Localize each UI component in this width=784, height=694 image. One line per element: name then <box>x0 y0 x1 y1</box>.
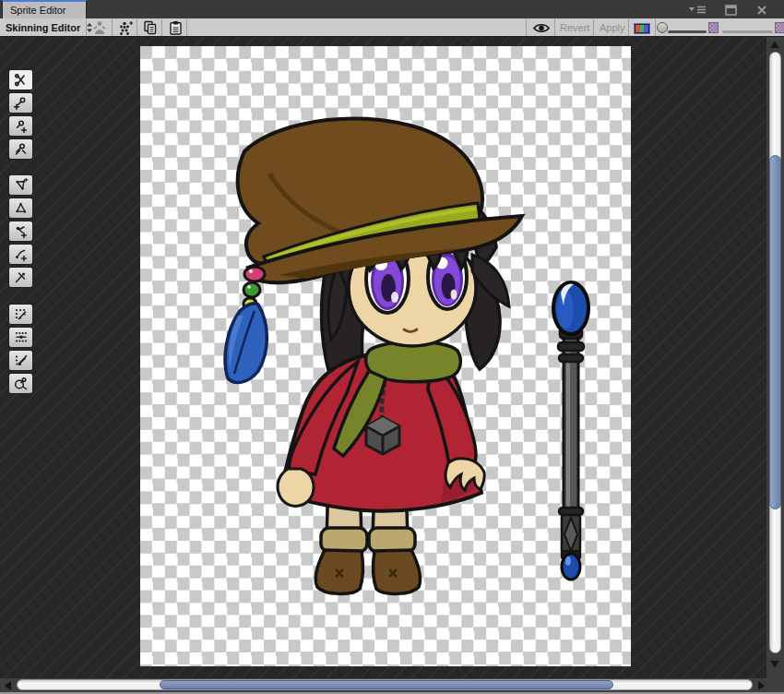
scroll-up-icon[interactable] <box>770 42 779 48</box>
dotted-bones-icon[interactable] <box>116 19 135 36</box>
zoom-slider-track[interactable] <box>668 30 707 33</box>
tool-edit-bone[interactable] <box>8 92 33 114</box>
apply-button[interactable]: Apply <box>600 18 625 37</box>
tool-weight-brush[interactable] <box>8 350 33 371</box>
mip-texture-icon-small <box>708 22 719 33</box>
horizontal-scroll-thumb[interactable] <box>160 680 613 689</box>
tool-auto-geometry[interactable] <box>8 174 33 196</box>
visibility-eye-icon[interactable] <box>532 19 551 36</box>
tool-create-vertex[interactable] <box>8 221 33 242</box>
sprite-canvas[interactable] <box>140 46 631 666</box>
revert-button[interactable]: Revert <box>560 18 589 37</box>
mip-slider-track[interactable] <box>722 30 773 33</box>
tab-sprite-editor[interactable]: Sprite Editor <box>2 0 87 18</box>
tool-split-edge[interactable] <box>8 267 33 288</box>
zoom-slider-knob[interactable] <box>657 22 668 33</box>
workspace <box>0 37 766 678</box>
rgb-alpha-swatch[interactable] <box>634 23 650 34</box>
horizontal-scrollbar <box>0 678 784 692</box>
paste-icon[interactable] <box>166 19 184 36</box>
staff-sprite <box>553 282 588 580</box>
tool-split-bone[interactable] <box>8 138 33 160</box>
scroll-left-icon[interactable] <box>5 681 11 690</box>
close-icon[interactable] <box>756 4 767 16</box>
mode-dropdown[interactable]: Skinning Editor <box>6 18 93 37</box>
tool-bone-influence[interactable] <box>8 373 33 394</box>
copy-icon[interactable] <box>141 19 160 36</box>
tool-preview-pose[interactable] <box>8 69 33 90</box>
pose-person-icon[interactable] <box>90 19 109 36</box>
mip-texture-icon-large <box>775 22 784 33</box>
vertical-scroll-thumb[interactable] <box>769 155 781 509</box>
toolbar: Skinning Editor <box>0 18 784 37</box>
horizontal-scroll-track[interactable] <box>17 679 753 690</box>
character-sprite <box>140 46 631 666</box>
sprite-editor-window: Sprite Editor Skinning Editor <box>0 0 784 694</box>
mode-dropdown-label: Skinning Editor <box>6 22 80 33</box>
tool-weight-slider[interactable] <box>8 327 33 348</box>
scroll-right-icon[interactable] <box>758 681 765 690</box>
tool-create-edge[interactable] <box>8 244 33 265</box>
vertical-scrollbar <box>766 37 784 678</box>
tool-create-bone[interactable] <box>8 115 33 137</box>
tool-auto-weights[interactable] <box>8 304 33 325</box>
titlebar: Sprite Editor <box>0 0 784 18</box>
window-menu-icon[interactable] <box>688 4 707 16</box>
maximize-icon[interactable] <box>725 4 737 16</box>
tool-edit-geometry[interactable] <box>8 197 33 219</box>
witch-sprite <box>225 119 522 594</box>
scroll-down-icon[interactable] <box>770 661 779 667</box>
